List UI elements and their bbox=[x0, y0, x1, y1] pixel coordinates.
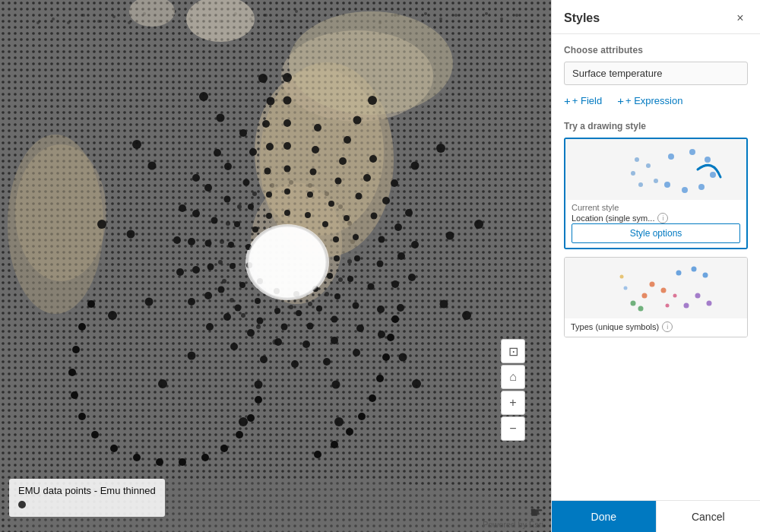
svg-point-211 bbox=[220, 445, 228, 452]
svg-point-165 bbox=[173, 236, 181, 244]
svg-point-154 bbox=[408, 274, 416, 281]
svg-point-90 bbox=[354, 255, 360, 261]
svg-point-238 bbox=[676, 271, 682, 276]
svg-point-215 bbox=[314, 451, 321, 458]
svg-point-71 bbox=[284, 210, 290, 216]
svg-point-101 bbox=[248, 204, 254, 210]
svg-point-220 bbox=[376, 375, 384, 382]
svg-point-191 bbox=[334, 417, 344, 426]
svg-point-246 bbox=[684, 303, 689, 309]
svg-point-162 bbox=[206, 323, 214, 331]
svg-point-207 bbox=[133, 454, 141, 461]
svg-point-175 bbox=[440, 300, 448, 309]
svg-point-234 bbox=[654, 179, 658, 183]
svg-point-229 bbox=[710, 172, 716, 178]
add-field-button[interactable]: + + Field bbox=[564, 94, 602, 107]
svg-point-140 bbox=[192, 266, 200, 274]
close-button[interactable]: × bbox=[733, 11, 748, 26]
svg-point-72 bbox=[305, 212, 311, 218]
info-icon-location[interactable]: i bbox=[657, 213, 668, 223]
svg-point-210 bbox=[201, 454, 209, 461]
svg-point-157 bbox=[353, 349, 360, 356]
svg-point-196 bbox=[132, 140, 141, 149]
svg-point-192 bbox=[239, 417, 248, 426]
map-area[interactable]: EMU data points - Emu thinned Powered by… bbox=[0, 0, 551, 532]
svg-point-114 bbox=[281, 324, 288, 331]
svg-point-137 bbox=[247, 329, 255, 337]
drawing-style-label: Try a drawing style bbox=[564, 121, 748, 131]
home-tool-button[interactable]: ⌂ bbox=[501, 365, 525, 389]
plus-icon: + bbox=[509, 396, 516, 410]
field-expression-row: + + Field + + Expression bbox=[564, 94, 748, 107]
svg-point-217 bbox=[346, 428, 353, 435]
svg-point-152 bbox=[405, 209, 413, 217]
svg-point-139 bbox=[204, 292, 212, 299]
svg-point-190 bbox=[412, 379, 421, 388]
svg-point-174 bbox=[446, 232, 454, 240]
attribute-value[interactable]: Surface temperature bbox=[564, 62, 748, 85]
zoom-in-button[interactable]: + bbox=[501, 391, 525, 415]
screen-tool-button[interactable]: ⊡ bbox=[501, 339, 525, 363]
svg-point-231 bbox=[682, 187, 688, 193]
svg-point-178 bbox=[255, 381, 263, 389]
done-button[interactable]: Done bbox=[552, 501, 656, 532]
info-icon-types[interactable]: i bbox=[662, 321, 673, 332]
add-expression-button[interactable]: + + Expression bbox=[617, 94, 682, 107]
svg-point-201 bbox=[72, 346, 80, 353]
svg-point-206 bbox=[110, 445, 118, 452]
svg-point-208 bbox=[156, 458, 163, 466]
svg-point-118 bbox=[207, 264, 214, 271]
svg-point-113 bbox=[307, 323, 314, 330]
svg-point-187 bbox=[436, 144, 445, 153]
home-icon: ⌂ bbox=[509, 370, 517, 384]
svg-point-110 bbox=[368, 283, 375, 290]
field-label: + Field bbox=[572, 95, 602, 106]
svg-point-144 bbox=[224, 163, 232, 170]
location-single-style-card[interactable]: Current style Location (single sym... i … bbox=[564, 138, 748, 249]
svg-point-167 bbox=[192, 174, 200, 182]
svg-point-141 bbox=[188, 238, 195, 245]
svg-point-226 bbox=[668, 154, 674, 160]
svg-point-159 bbox=[291, 360, 299, 368]
svg-point-135 bbox=[302, 340, 310, 348]
map-tools: ⊡ ⌂ + − bbox=[501, 339, 525, 441]
svg-point-85 bbox=[284, 188, 290, 195]
svg-point-104 bbox=[310, 169, 317, 176]
style-options-button[interactable]: Style options bbox=[572, 223, 740, 243]
svg-point-180 bbox=[145, 298, 154, 306]
svg-point-147 bbox=[283, 119, 291, 127]
svg-point-240 bbox=[703, 273, 708, 278]
svg-point-97 bbox=[239, 282, 245, 288]
svg-point-183 bbox=[217, 114, 225, 122]
style-name-location: Location (single sym... bbox=[572, 214, 654, 223]
svg-point-158 bbox=[323, 358, 331, 366]
svg-point-143 bbox=[204, 184, 212, 192]
svg-point-222 bbox=[387, 334, 394, 341]
svg-point-75 bbox=[334, 255, 340, 261]
svg-point-129 bbox=[394, 223, 402, 231]
zoom-out-button[interactable]: − bbox=[501, 416, 525, 441]
svg-point-218 bbox=[358, 413, 366, 420]
svg-point-173 bbox=[411, 162, 420, 170]
svg-point-200 bbox=[78, 323, 86, 331]
svg-point-244 bbox=[695, 293, 701, 299]
svg-point-148 bbox=[314, 124, 321, 131]
svg-point-243 bbox=[642, 293, 648, 299]
svg-point-241 bbox=[661, 288, 667, 293]
plus-icon: + bbox=[617, 94, 624, 107]
svg-point-232 bbox=[664, 182, 670, 188]
svg-point-235 bbox=[638, 182, 643, 187]
svg-point-237 bbox=[635, 157, 639, 162]
svg-point-76 bbox=[327, 273, 333, 279]
svg-point-103 bbox=[284, 166, 291, 173]
style-card-footer-types: Types (unique symbols) i bbox=[565, 318, 747, 337]
svg-point-123 bbox=[264, 168, 271, 175]
svg-point-88 bbox=[344, 215, 350, 221]
svg-point-156 bbox=[378, 331, 385, 338]
style-card-preview-location bbox=[565, 139, 746, 200]
svg-point-203 bbox=[71, 391, 78, 399]
svg-point-186 bbox=[368, 96, 377, 105]
cancel-button[interactable]: Cancel bbox=[656, 501, 761, 532]
types-unique-style-card[interactable]: Types (unique symbols) i bbox=[564, 257, 748, 337]
svg-point-115 bbox=[257, 318, 264, 325]
